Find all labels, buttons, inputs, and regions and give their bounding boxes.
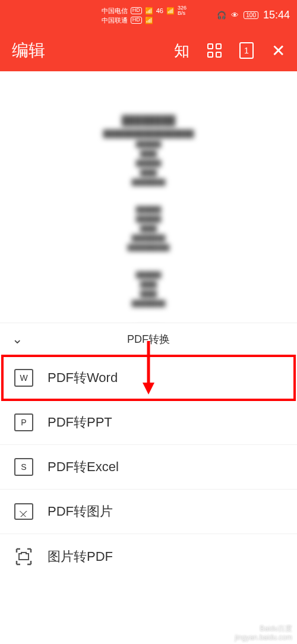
eye-icon: 👁 — [231, 11, 239, 20]
pdf-to-word-item[interactable]: W PDF转Word — [0, 356, 297, 400]
status-carriers: 中国电信 HD 📶 46 📶 326 B/s 中国联通 HD 📶 — [102, 5, 196, 24]
battery-badge: 100 — [244, 11, 258, 19]
scan-icon — [14, 548, 33, 566]
close-button[interactable]: ✕ — [271, 41, 285, 61]
close-icon: ✕ — [271, 41, 285, 61]
list-item-label: PDF转Word — [48, 369, 118, 387]
chevron-down-icon: ⌄ — [12, 332, 23, 346]
carrier-2-label: 中国联通 — [102, 16, 128, 24]
grid-icon — [207, 43, 222, 58]
headset-icon: 🎧 — [217, 11, 226, 20]
signal-4g-1: 46 — [156, 7, 163, 15]
conversion-list: W PDF转Word P PDF转PPT S PDF转Excel PDF转图片 — [0, 356, 297, 644]
annotation-highlight — [1, 355, 296, 401]
conversion-sheet: ⌄ PDF转换 W PDF转Word P PDF转PPT S PDF转Excel — [0, 323, 297, 644]
header-title: 编辑 — [12, 39, 45, 62]
excel-icon: S — [14, 458, 33, 476]
image-to-pdf-item[interactable]: 图片转PDF — [0, 534, 297, 579]
app-header: 编辑 知 1 ✕ — [0, 30, 297, 71]
status-bar: 中国电信 HD 📶 46 📶 326 B/s 中国联通 HD 📶 🎧 👁 100… — [0, 0, 297, 30]
signal-icon-2: 📶 — [145, 16, 153, 24]
signal-icon-1: 📶 — [145, 7, 153, 15]
hd-badge-2: HD — [131, 17, 142, 24]
carrier-1-label: 中国电信 — [102, 7, 128, 15]
document-preview: ████████ ██████████████████ ██████ ████ … — [0, 71, 297, 321]
grid-view-button[interactable] — [207, 43, 222, 58]
net-speed-unit: B/s — [178, 11, 187, 16]
wifi-icon: 📶 — [166, 7, 175, 15]
page-indicator-button[interactable]: 1 — [239, 42, 254, 59]
zhi-button[interactable]: 知 — [174, 40, 189, 61]
pdf-to-ppt-item[interactable]: P PDF转PPT — [0, 400, 297, 445]
ppt-icon: P — [14, 413, 33, 431]
status-time: 15:44 — [263, 9, 290, 21]
pdf-to-excel-item[interactable]: S PDF转Excel — [0, 445, 297, 490]
list-item-label: 图片转PDF — [48, 548, 113, 566]
image-icon — [14, 503, 33, 520]
hd-badge-1: HD — [131, 7, 142, 14]
watermark-line-2: jingyan.baidu.com — [235, 633, 292, 642]
list-item-label: PDF转PPT — [48, 413, 112, 431]
watermark-line-1: Baidu百度 — [235, 624, 292, 633]
page-box-icon: 1 — [239, 42, 254, 59]
sheet-title: PDF转换 — [0, 332, 297, 346]
pdf-to-image-item[interactable]: PDF转图片 — [0, 490, 297, 534]
list-item-label: PDF转图片 — [48, 503, 113, 520]
sheet-collapse-button[interactable]: ⌄ — [12, 332, 23, 347]
sheet-header: ⌄ PDF转换 — [0, 323, 297, 356]
list-item-label: PDF转Excel — [48, 458, 119, 476]
watermark: Baidu百度 jingyan.baidu.com — [235, 624, 292, 642]
word-icon: W — [14, 369, 33, 387]
